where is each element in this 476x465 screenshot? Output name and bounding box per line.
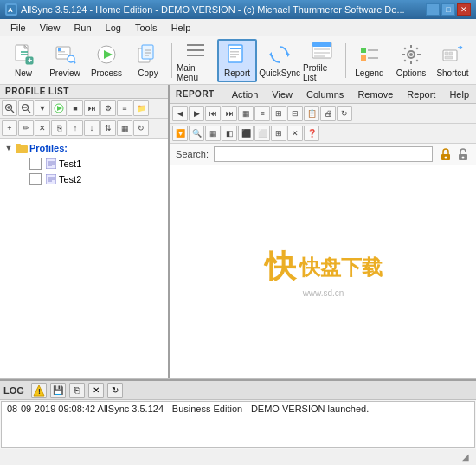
report-filter-btn[interactable]: 🔽 [172,126,188,141]
tree-item-test1-label: Test1 [59,158,81,169]
svg-rect-48 [404,60,407,62]
svg-rect-39 [368,57,378,59]
report-tool-14[interactable]: ◧ [222,126,237,141]
report-header: REPORT [170,87,225,100]
svg-rect-25 [230,48,241,49]
toolbar-copy-label: Copy [138,68,158,78]
log-tool-warning[interactable]: ! [31,383,47,398]
report-tool-3[interactable]: ⏮ [205,106,221,121]
toolbar-profile-list[interactable]: Profile List [302,39,342,82]
menu-view[interactable]: View [33,21,68,35]
zoom-in-btn[interactable] [2,100,17,116]
lock-icon[interactable] [438,146,453,162]
group-btn[interactable]: ▦ [117,120,132,136]
toolbar-shortcut[interactable]: Shortcut [433,39,473,82]
list-btn[interactable]: ≡ [117,100,132,116]
checkbox-test2[interactable] [29,173,42,185]
report-menu-columns[interactable]: Columns [299,85,351,103]
report-tool-8[interactable]: ⊟ [287,106,303,121]
tree-root-item[interactable]: ▼ Profiles: [2,140,166,156]
report-tool-10[interactable]: 🖨 [320,106,336,121]
toolbar-legend[interactable]: Legend [350,39,389,82]
menu-run[interactable]: Run [67,21,98,35]
report-toolbar-2: 🔽 🔍 ▦ ◧ ⬛ ⬜ ⊞ ✕ ❓ [170,124,476,144]
report-tool-13[interactable]: ▦ [205,126,221,141]
tree-item-test1[interactable]: Test1 [16,156,166,171]
report-tool-17[interactable]: ⊞ [271,126,286,141]
report-tool-2[interactable]: ▶ [189,106,204,121]
refresh-btn[interactable]: ↻ [133,120,149,136]
zoom-out-btn[interactable] [18,100,34,116]
report-tool-6[interactable]: ≡ [254,106,270,121]
checkbox-test1[interactable] [29,158,42,170]
toolbar-profile-list-label: Profile List [303,63,341,82]
report-tool-16[interactable]: ⬜ [254,126,270,141]
log-header: LOG ! 💾 ⎘ ✕ ↻ [0,381,476,400]
report-tool-19[interactable]: ❓ [304,126,319,141]
report-menu-view[interactable]: View [265,85,299,103]
report-tool-5[interactable]: ▦ [238,106,254,121]
play-btn[interactable] [51,100,67,116]
delete-profile-btn[interactable]: ✕ [35,120,50,136]
report-menu-action[interactable]: Action [225,85,266,103]
close-button[interactable]: ✕ [457,3,471,16]
unlock-icon[interactable] [455,146,471,162]
minimize-button[interactable]: ─ [426,3,440,16]
search-label: Search: [176,149,209,159]
options-icon [399,42,423,67]
report-content: 快 快盘下载 www.sd.cn [170,165,476,378]
config-btn[interactable]: ⚙ [100,100,116,116]
toolbar-quicksync[interactable]: QuickSync [259,39,300,82]
maximize-button[interactable]: □ [441,3,455,16]
log-tool-refresh[interactable]: ↻ [107,383,123,398]
log-tool-copy[interactable]: ⎘ [69,383,85,398]
menu-help[interactable]: Help [164,21,198,35]
svg-rect-52 [449,52,453,55]
main-menu-icon [183,39,208,61]
toolbar-process[interactable]: Process [87,39,126,82]
report-menu-remove[interactable]: Remove [351,85,400,103]
svg-marker-29 [287,52,290,57]
svg-rect-49 [416,60,419,62]
report-tool-11[interactable]: ↻ [337,106,352,121]
report-tool-7[interactable]: ⊞ [271,106,286,121]
folder-btn[interactable]: 📁 [133,100,149,116]
profile-icon-test2 [45,173,57,185]
tree-item-test2[interactable]: Test2 [16,171,166,187]
toolbar-options[interactable]: Options [391,39,431,82]
log-entry-1: 08-09-2019 09:08:42 AllSync 3.5.124 - Bu… [7,404,469,414]
toolbar-copy[interactable]: Copy [128,39,168,82]
log-tool-save[interactable]: 💾 [50,383,66,398]
move-down-btn[interactable]: ↓ [84,120,100,136]
menu-file[interactable]: File [3,21,33,35]
copy-profile-btn[interactable]: ⎘ [51,120,67,136]
toolbar-shortcut-label: Shortcut [436,68,468,78]
menu-log[interactable]: Log [99,21,128,35]
report-tool-4[interactable]: ⏭ [222,106,237,121]
watermark-subtext: www.sd.cn [303,288,344,298]
report-tool-15[interactable]: ⬛ [238,126,254,141]
report-tool-18[interactable]: ✕ [287,126,303,141]
toolbar-report[interactable]: Report [217,39,257,82]
log-tool-delete[interactable]: ✕ [88,383,104,398]
toolbar-main-menu[interactable]: Main Menu [176,39,215,82]
search-input[interactable] [214,146,433,162]
move-up-btn[interactable]: ↑ [68,120,83,136]
title-bar: A AllSync 3.5.124 - Home Edition - DEMO … [0,0,476,19]
report-tool-12[interactable]: 🔍 [189,126,204,141]
toolbar-preview[interactable]: Preview [45,39,85,82]
report-tool-1[interactable]: ◀ [172,106,188,121]
report-menu-help[interactable]: Help [442,85,476,103]
dropdown-btn[interactable]: ▼ [35,100,50,116]
svg-rect-45 [417,54,421,55]
toolbar-new[interactable]: + New [3,39,43,82]
report-tool-9[interactable]: 📋 [304,106,319,121]
report-menu-report[interactable]: Report [400,85,442,103]
stop-btn[interactable]: ■ [68,100,83,116]
new-profile-btn[interactable]: + [2,120,17,136]
skip-btn[interactable]: ⏭ [84,100,100,116]
sort-btn[interactable]: ⇅ [100,120,116,136]
menu-tools[interactable]: Tools [128,21,164,35]
toolbar-new-label: New [15,68,32,78]
edit-profile-btn[interactable]: ✏ [18,120,34,136]
